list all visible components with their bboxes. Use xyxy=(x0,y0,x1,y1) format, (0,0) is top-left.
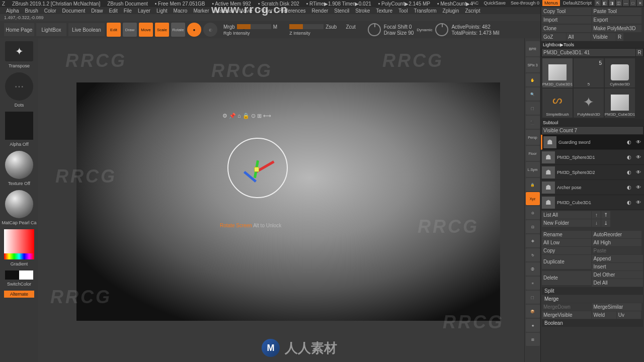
rgb-intensity-label[interactable]: Rgb Intensity xyxy=(223,31,277,36)
material-thumbnail[interactable] xyxy=(5,190,33,218)
paint-icon[interactable]: ◐ xyxy=(627,169,634,175)
rightcol---icon[interactable]: ⬚ xyxy=(526,291,540,304)
alternate-button[interactable]: Alternate xyxy=(4,291,34,298)
lightbox-button[interactable]: LightBox xyxy=(36,23,66,36)
menu-tool[interactable]: Tool xyxy=(395,8,411,14)
rightcol-spix-3-icon[interactable]: SPix 3 xyxy=(526,57,540,72)
visibility-icon[interactable]: 👁 xyxy=(636,200,643,205)
move-bottom-icon[interactable]: ⤓ xyxy=(601,219,610,227)
menu-transform[interactable]: Transform xyxy=(411,8,439,14)
paste-button[interactable]: Paste xyxy=(592,247,641,254)
rightcol---icon[interactable]: 🔍 xyxy=(526,87,540,101)
paste-tool-button[interactable]: Paste Tool xyxy=(592,8,641,15)
rgb-button[interactable]: Rgb xyxy=(237,24,271,29)
tool-thumb-3[interactable]: ᔕSimpleBrush xyxy=(542,88,573,118)
dynamic-toggle[interactable]: Dynamic xyxy=(417,28,432,32)
insert-button[interactable]: Insert xyxy=(592,263,643,270)
tool-thumb-5[interactable]: PM3D_Cube3D1 xyxy=(605,88,635,118)
tool-thumb-2[interactable]: Cylinder3D xyxy=(605,58,635,87)
rotate-mode-button[interactable]: Rotate xyxy=(171,23,185,37)
rightcol---icon[interactable]: 📦 xyxy=(526,305,540,318)
close-icon[interactable]: ✕ xyxy=(637,0,643,6)
lightbox-tools-bar[interactable]: Lightbox▶Tools xyxy=(541,41,644,48)
brush-thumbnail[interactable]: • • • xyxy=(5,72,33,101)
subtool-row-1[interactable]: ☗PM3D_Sphere3D1◐👁 xyxy=(541,150,644,165)
maximize-icon[interactable]: □ xyxy=(630,0,636,6)
weld-toggle[interactable]: Weld xyxy=(592,311,616,319)
append-button[interactable]: Append xyxy=(592,255,643,262)
gizmo-center-icon[interactable] xyxy=(254,167,259,172)
menu-texture[interactable]: Texture xyxy=(373,8,395,14)
move-mode-button[interactable]: Move xyxy=(139,23,153,37)
gradient-label[interactable]: Gradient xyxy=(11,261,28,266)
menu-brush[interactable]: Brush xyxy=(22,8,41,14)
split-section[interactable]: Split xyxy=(542,287,643,295)
goz-visible-button[interactable]: Visible xyxy=(591,33,615,41)
menu-zplugin[interactable]: Zplugin xyxy=(440,8,462,14)
draw-mode-button[interactable]: Draw xyxy=(123,23,137,37)
home-page-button[interactable]: Home Page xyxy=(4,23,34,36)
zsub-button[interactable]: Zsub xyxy=(326,24,337,30)
menu-stroke[interactable]: Stroke xyxy=(352,8,373,14)
menu-document[interactable]: Document xyxy=(59,8,89,14)
subtool-header[interactable]: Subtool xyxy=(541,119,644,126)
gizmo-button[interactable]: ● xyxy=(187,23,201,37)
new-folder-button[interactable]: New Folder xyxy=(542,219,591,227)
gizmo-toolbar[interactable]: ⚙ 📌 ⌂ 🔒 ⊙ ⊞ ⟷ xyxy=(222,113,271,119)
rightcol-l-sym-icon[interactable]: L.Sym xyxy=(526,162,540,177)
minimize-icon[interactable]: — xyxy=(623,0,629,6)
del-all-button[interactable]: Del All xyxy=(592,279,643,287)
rightcol---icon[interactable]: ★ xyxy=(526,319,540,332)
move-up-icon[interactable]: ↑ xyxy=(592,211,601,219)
quicksave-button[interactable]: QuickSave xyxy=(481,0,508,6)
paint-icon[interactable]: ◐ xyxy=(627,185,634,190)
del-other-button[interactable]: Del Other xyxy=(592,271,643,279)
merge-down-button[interactable]: MergeDown xyxy=(542,303,591,311)
rightcol---icon[interactable]: ⬛ xyxy=(526,116,540,129)
clone-button[interactable]: Clone xyxy=(542,25,591,32)
menu-edit[interactable]: Edit xyxy=(106,8,121,14)
all-low-button[interactable]: All Low xyxy=(542,239,591,246)
tool-r-button[interactable]: R xyxy=(636,49,643,56)
texture-thumbnail[interactable] xyxy=(5,151,33,179)
menu-draw[interactable]: Draw xyxy=(88,8,106,14)
rename-button[interactable]: Rename xyxy=(542,231,591,238)
tool-name-field[interactable]: PM3D_Cube3D1. 41 xyxy=(542,49,635,56)
uv-toggle[interactable]: Uv xyxy=(617,311,641,319)
merge-similar-button[interactable]: MergeSimilar xyxy=(592,303,641,311)
tool-thumb-1[interactable]: 55 xyxy=(574,58,604,87)
color-picker[interactable] xyxy=(4,229,34,259)
alpha-thumbnail[interactable] xyxy=(5,112,33,140)
half-down-icon[interactable]: ◨ xyxy=(609,0,615,6)
visibility-icon[interactable]: 👁 xyxy=(636,154,643,160)
m-button[interactable]: M xyxy=(273,24,277,30)
import-button[interactable]: Import xyxy=(542,16,591,24)
paint-icon[interactable]: ◐ xyxy=(627,200,634,205)
visibility-icon[interactable]: 👁 xyxy=(636,185,643,190)
viewport-canvas[interactable]: ⚙ 📌 ⌂ 🔒 ⊙ ⊞ ⟷ Rotate Screen Alt to Unloc… xyxy=(76,82,500,321)
live-boolean-button[interactable]: Live Boolean xyxy=(68,23,105,36)
rightcol---icon[interactable]: ↻ xyxy=(526,248,540,261)
rightcol---icon[interactable]: 🔒 xyxy=(526,178,540,191)
all-high-button[interactable]: All High xyxy=(592,239,641,246)
rightcol---icon[interactable]: ⊞ xyxy=(526,333,540,346)
subtool-row-3[interactable]: ☗Archer pose◐👁 xyxy=(541,180,644,195)
edit-mode-button[interactable]: Edit xyxy=(107,23,121,37)
export-button[interactable]: Export xyxy=(592,16,641,24)
draw-size-slider[interactable]: Draw Size 90 xyxy=(384,30,414,36)
rightcol-floor-icon[interactable]: Floor xyxy=(526,146,540,161)
rightcol---icon[interactable]: ✋ xyxy=(526,73,540,86)
rightcol---icon[interactable]: ⦿ xyxy=(526,262,540,276)
make-polymesh-button[interactable]: Make PolyMesh3D xyxy=(592,25,641,32)
rightcol-bpr-icon[interactable]: BPR xyxy=(526,41,540,56)
sculptris-icon[interactable]: ◐ xyxy=(203,23,217,37)
focal-shift-slider[interactable]: Focal Shift 0 xyxy=(384,24,414,30)
goz-all-button[interactable]: All xyxy=(567,33,591,41)
goz-r-button[interactable]: R xyxy=(616,33,623,41)
seethrough-slider[interactable]: See-through 0 xyxy=(509,0,541,6)
menu-render[interactable]: Render xyxy=(309,8,332,14)
menu-layer[interactable]: Layer xyxy=(135,8,153,14)
menus-button[interactable]: Menus xyxy=(542,0,560,6)
goz-button[interactable]: GoZ xyxy=(542,33,566,41)
duplicate-button[interactable]: Duplicate xyxy=(542,255,591,269)
